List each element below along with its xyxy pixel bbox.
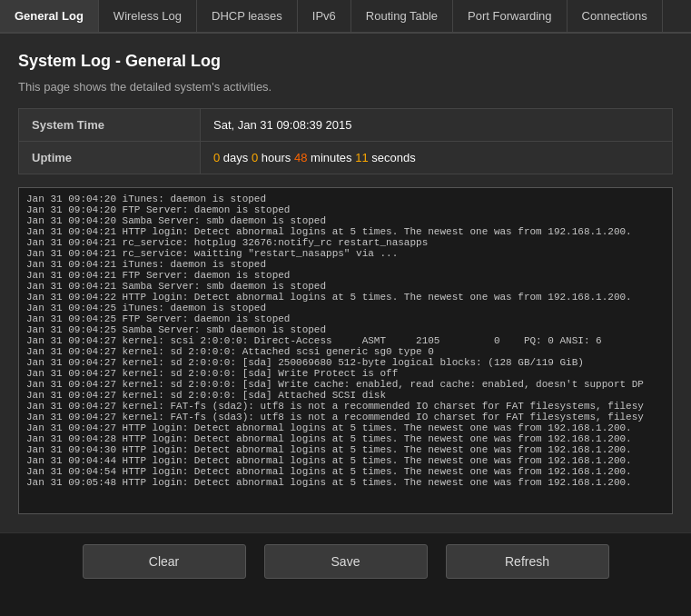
system-time-value: Sat, Jan 31 09:08:39 2015 (201, 109, 673, 142)
page-description: This page shows the detailed system's ac… (18, 80, 673, 94)
uptime-days-word: days (223, 151, 248, 164)
page-title: System Log - General Log (18, 52, 673, 71)
uptime-seconds-num: 11 (355, 151, 368, 164)
tab-ipv6[interactable]: IPv6 (298, 0, 351, 32)
uptime-hours-num: 0 (252, 151, 258, 164)
uptime-minutes-word: minutes (311, 151, 352, 164)
button-bar: Clear Save Refresh (0, 532, 691, 590)
tab-routing-table[interactable]: Routing Table (351, 0, 453, 32)
uptime-minutes-num: 48 (294, 151, 307, 164)
save-button[interactable]: Save (264, 544, 428, 579)
system-time-row: System Time Sat, Jan 31 09:08:39 2015 (19, 109, 673, 142)
uptime-hours-word: hours (262, 151, 291, 164)
info-table: System Time Sat, Jan 31 09:08:39 2015 Up… (18, 108, 673, 174)
tab-bar: General Log Wireless Log DHCP leases IPv… (0, 0, 691, 34)
uptime-label: Uptime (19, 142, 201, 174)
refresh-button[interactable]: Refresh (446, 544, 609, 579)
uptime-seconds-word: seconds (371, 151, 415, 164)
system-time-label: System Time (19, 109, 201, 142)
uptime-value: 0 days 0 hours 48 minutes 11 seconds (201, 142, 673, 174)
tab-dhcp-leases[interactable]: DHCP leases (197, 0, 298, 32)
tab-wireless-log[interactable]: Wireless Log (99, 0, 197, 32)
log-area[interactable]: Jan 31 09:04:20 iTunes: daemon is stoped… (18, 187, 673, 514)
main-content: System Log - General Log This page shows… (0, 34, 691, 532)
tab-connections[interactable]: Connections (568, 0, 663, 32)
tab-general-log[interactable]: General Log (0, 0, 99, 32)
tab-port-forwarding[interactable]: Port Forwarding (453, 0, 567, 32)
uptime-days-num: 0 (213, 151, 220, 164)
clear-button[interactable]: Clear (83, 544, 246, 579)
uptime-row: Uptime 0 days 0 hours 48 minutes 11 seco… (19, 142, 673, 174)
